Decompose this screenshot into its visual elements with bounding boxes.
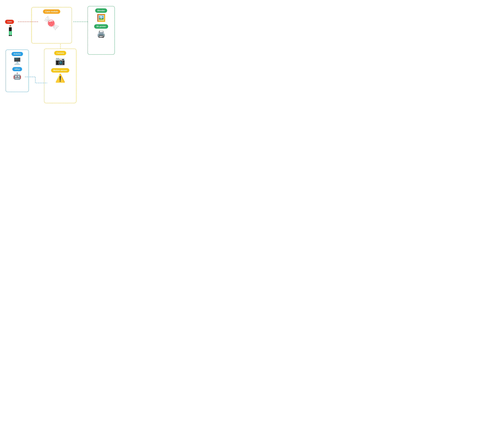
svg-rect-6 bbox=[10, 31, 12, 35]
software-box: Blender 🖼️ 3D printer 🖨️ bbox=[87, 6, 115, 55]
arduino-box: Arduino 🖥️ ml5.js 🤖 bbox=[6, 49, 29, 92]
svg-rect-5 bbox=[9, 31, 10, 35]
svg-rect-4 bbox=[9, 27, 12, 31]
arduino-icon: 🖥️ bbox=[13, 58, 21, 64]
motion-icon: ⚠️ bbox=[55, 74, 65, 82]
camera-icon: 📷 bbox=[55, 57, 65, 65]
svg-point-7 bbox=[9, 35, 10, 36]
diagram: Cane Cane module 🍬 Blender 🖼️ 3D p bbox=[0, 0, 121, 112]
candy-cane-icon: 🍬 bbox=[43, 16, 60, 30]
cane-module-box: Cane module 🍬 bbox=[31, 7, 72, 43]
person-icon bbox=[7, 25, 13, 39]
printer-icon: 🖨️ bbox=[97, 30, 106, 37]
cane-badge: Cane bbox=[5, 20, 14, 24]
svg-point-8 bbox=[10, 35, 12, 36]
sensor-box: Camera 📷 Motion sensor ⚠️ bbox=[44, 48, 76, 103]
ml5-icon: 🤖 bbox=[13, 73, 21, 80]
blender-icon: 🖼️ bbox=[97, 14, 106, 21]
